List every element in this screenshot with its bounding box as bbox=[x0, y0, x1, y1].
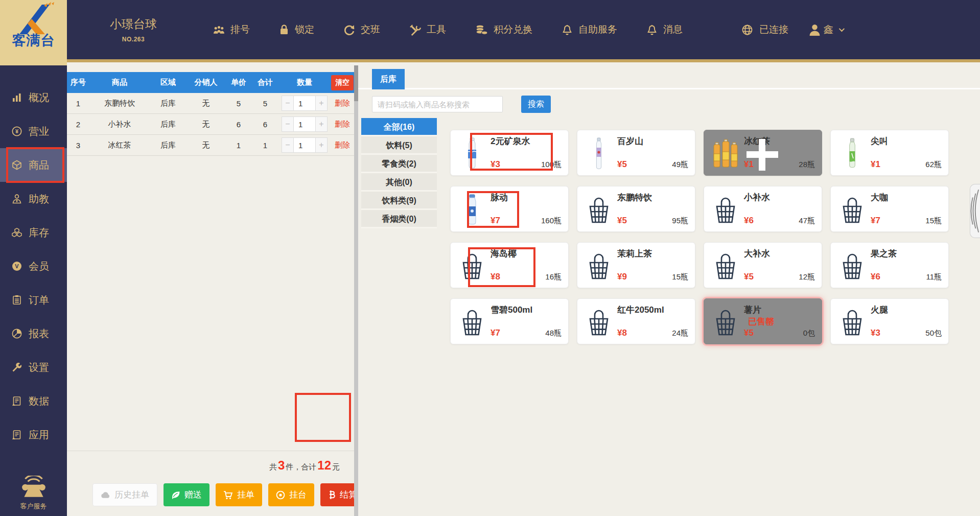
product-card[interactable]: 脉动 ¥7 160瓶 bbox=[450, 186, 569, 232]
product-stock: 50包 bbox=[925, 329, 942, 338]
qty-input[interactable] bbox=[294, 96, 315, 111]
menu-item-label: 积分兑换 bbox=[494, 23, 532, 36]
arcs-icon bbox=[970, 185, 980, 237]
product-price: ¥9 bbox=[617, 272, 627, 282]
menu-item[interactable]: 工具 bbox=[409, 23, 446, 36]
product-card[interactable]: 红牛2050ml ¥8 24瓶 bbox=[577, 298, 695, 344]
search-button[interactable]: 搜索 bbox=[521, 96, 551, 113]
product-card[interactable]: 小补水 ¥6 47瓶 bbox=[704, 186, 822, 232]
product-name: 果之茶 bbox=[871, 248, 897, 260]
product-card[interactable]: 海岛椰 ¥8 16瓶 bbox=[450, 242, 569, 288]
product-stock: 95瓶 bbox=[672, 216, 688, 226]
product-card[interactable]: 薯片 已售罄 ¥5 0包 bbox=[704, 298, 822, 344]
category-item[interactable]: 全部(16) bbox=[361, 118, 437, 136]
search-input[interactable] bbox=[372, 96, 503, 112]
venue-number: NO.263 bbox=[110, 36, 157, 43]
side-panel-handle[interactable] bbox=[970, 184, 980, 238]
sidebar-item[interactable]: 订单 bbox=[0, 283, 67, 317]
qty-input[interactable] bbox=[294, 137, 315, 153]
menu-item[interactable]: 交班 bbox=[343, 23, 380, 36]
menu-item[interactable]: 自助服务 bbox=[562, 23, 617, 36]
assistant-icon bbox=[12, 194, 22, 204]
delete-row-button[interactable]: 删除 bbox=[335, 140, 350, 150]
product-card[interactable]: 雪碧500ml ¥7 48瓶 bbox=[450, 298, 569, 344]
qty-increase-button[interactable]: + bbox=[315, 137, 328, 153]
report-icon bbox=[12, 329, 22, 339]
qty-decrease-button[interactable]: − bbox=[282, 116, 294, 132]
product-name: 小补水 bbox=[744, 192, 770, 203]
customer-service[interactable]: 客户服务 bbox=[0, 476, 67, 511]
connection-status[interactable]: 已连接 bbox=[741, 23, 788, 36]
menu-item-label: 排号 bbox=[230, 23, 250, 36]
product-card[interactable]: 大咖 ¥7 15瓶 bbox=[830, 186, 949, 232]
product-card[interactable]: 火腿 ¥3 50包 bbox=[830, 298, 949, 344]
product-price: ¥8 bbox=[491, 272, 500, 282]
user-menu[interactable]: 鑫 bbox=[809, 23, 843, 36]
sidebar-item[interactable]: 应用 bbox=[0, 418, 67, 452]
action-button[interactable]: 挂单 bbox=[216, 483, 262, 506]
product-price: ¥7 bbox=[871, 216, 880, 226]
action-button[interactable]: 历史挂单 bbox=[92, 483, 157, 506]
product-stock: 160瓶 bbox=[541, 216, 562, 226]
sidebar-item[interactable]: 概况 bbox=[0, 81, 67, 114]
total-amount: 12 bbox=[316, 458, 332, 472]
tools-icon bbox=[409, 24, 421, 36]
category-item[interactable]: 香烟类(0) bbox=[361, 210, 437, 228]
sidebar-item[interactable]: ¥ 营业 bbox=[0, 114, 67, 148]
product-price: ¥1 bbox=[744, 159, 754, 170]
sidebar-item[interactable]: V 会员 bbox=[0, 249, 67, 283]
product-card[interactable]: 果之茶 ¥6 11瓶 bbox=[830, 242, 949, 288]
product-card[interactable]: 大补水 ¥5 12瓶 bbox=[704, 242, 822, 288]
product-card[interactable]: 百岁山 ¥5 49瓶 bbox=[577, 130, 695, 176]
qty-decrease-button[interactable]: − bbox=[282, 137, 294, 153]
product-card[interactable]: 茉莉上茶 ¥9 15瓶 bbox=[577, 242, 695, 288]
product-stock: 47瓶 bbox=[799, 216, 815, 226]
row-unit-price: 6 bbox=[225, 120, 252, 129]
sidebar-item[interactable]: 库存 bbox=[0, 216, 67, 249]
product-stock: 0包 bbox=[803, 329, 815, 338]
row-total: 6 bbox=[252, 120, 278, 129]
row-distributor: 无 bbox=[186, 99, 225, 108]
slim-bottle-icon bbox=[582, 135, 615, 171]
delete-row-button[interactable]: 删除 bbox=[335, 120, 350, 129]
row-product-name: 东鹏特饮 bbox=[89, 99, 150, 108]
sidebar-item[interactable]: 报表 bbox=[0, 317, 67, 350]
product-stock: 11瓶 bbox=[926, 272, 942, 282]
category-item[interactable]: 零食类(2) bbox=[361, 155, 437, 173]
product-price: ¥6 bbox=[744, 216, 754, 226]
category-item[interactable]: 饮料类(9) bbox=[361, 192, 437, 210]
sidebar-items: 概况 ¥ 营业 商品 助教 库存 V 会员 订单 报表 bbox=[0, 65, 67, 452]
sidebar-item[interactable]: 数据 bbox=[0, 384, 67, 418]
product-card[interactable]: 尖叫 ¥1 62瓶 bbox=[830, 130, 949, 176]
app-icon bbox=[12, 430, 22, 440]
action-button-label: 赠送 bbox=[184, 489, 202, 501]
sidebar-item[interactable]: 设置 bbox=[0, 350, 67, 384]
scrollbar[interactable] bbox=[354, 65, 358, 516]
product-card[interactable]: 东鹏特饮 ¥5 95瓶 bbox=[577, 186, 695, 232]
sidebar-item[interactable]: 商品 bbox=[0, 148, 67, 182]
delete-row-button[interactable]: 删除 bbox=[335, 99, 350, 108]
product-card[interactable]: 2元矿泉水 ¥3 100瓶 bbox=[450, 130, 569, 176]
category-item[interactable]: 其他(0) bbox=[361, 173, 437, 192]
qty-increase-button[interactable]: + bbox=[315, 116, 328, 132]
top-header: 小璟台球 NO.263 排号 锁定 交班 工具 积分兑换 自助服务 bbox=[0, 0, 980, 62]
row-distributor: 无 bbox=[186, 140, 225, 150]
menu-item[interactable]: 排号 bbox=[213, 23, 250, 36]
menu-item[interactable]: 消息 bbox=[646, 23, 683, 36]
product-stock: 62瓶 bbox=[925, 160, 942, 170]
qty-increase-button[interactable]: + bbox=[315, 96, 328, 111]
tab-backstore[interactable]: 后库 bbox=[372, 69, 405, 89]
menu-item[interactable]: 积分兑换 bbox=[475, 23, 532, 36]
product-card[interactable]: 冰红茶 ¥1 28瓶 bbox=[704, 130, 822, 176]
action-button[interactable]: 赠送 bbox=[164, 483, 209, 506]
menu-item[interactable]: 锁定 bbox=[279, 23, 314, 36]
qty-decrease-button[interactable]: − bbox=[282, 96, 294, 111]
product-name: 火腿 bbox=[871, 304, 888, 316]
action-button[interactable]: 挂台 bbox=[268, 483, 314, 506]
sidebar-item[interactable]: 助教 bbox=[0, 182, 67, 216]
cart-table-header: 序号 商品 区域 分销人 单价 合计 数量 清空 bbox=[67, 72, 354, 93]
qty-input[interactable] bbox=[294, 116, 315, 132]
annotation-box-checkout bbox=[295, 393, 351, 442]
clear-cart-button[interactable]: 清空 bbox=[331, 75, 354, 90]
category-item[interactable]: 饮料(5) bbox=[361, 136, 437, 155]
